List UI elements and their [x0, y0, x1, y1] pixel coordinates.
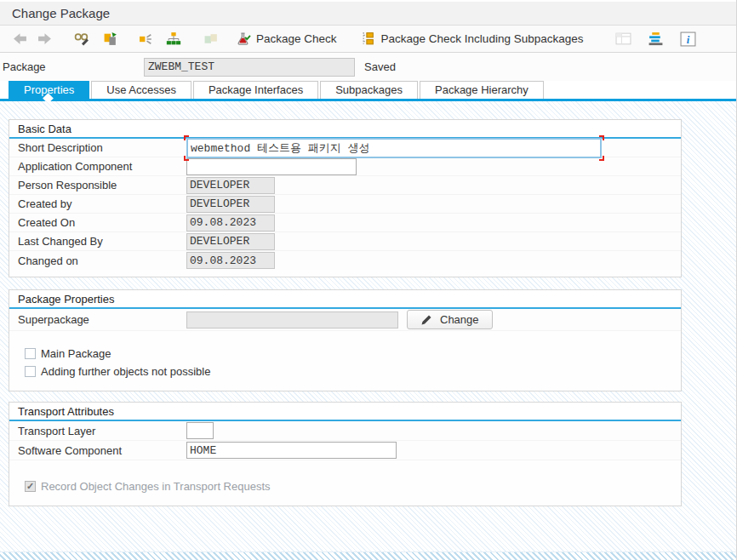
form-row: Short Description — [9, 139, 681, 157]
tab-subpackages[interactable]: Subpackages — [320, 81, 418, 99]
application-component-input[interactable] — [186, 158, 357, 175]
back-icon — [13, 32, 27, 45]
form-row: Software Component — [9, 441, 681, 460]
info-icon: i — [680, 31, 696, 47]
created-on-field — [186, 214, 275, 231]
package-check-subpackages-label: Package Check Including Subpackages — [381, 32, 584, 45]
copy-object-icon — [103, 31, 118, 46]
created-by-field — [186, 196, 275, 213]
tab-package-hierarchy[interactable]: Package Hierarchy — [420, 81, 544, 99]
tab-strip: Properties Use Accesses Package Interfac… — [0, 81, 736, 99]
main-package-row: Main Package — [9, 345, 681, 363]
main-package-checkbox[interactable] — [25, 348, 36, 359]
info-button[interactable]: i — [677, 30, 699, 49]
adding-objects-checkbox-label: Adding further objects not possible — [41, 365, 210, 378]
status-text: Saved — [364, 60, 396, 73]
toolbar-right-group: i — [613, 30, 699, 49]
sort-icon — [648, 31, 664, 46]
focus-corner-icon — [599, 135, 604, 140]
content-area: Basic Data Short Description Application… — [0, 101, 736, 560]
form-row: Application Component — [9, 157, 681, 176]
tab-use-accesses[interactable]: Use Accesses — [91, 81, 191, 99]
bottom-edge-band — [0, 551, 737, 560]
where-used-button[interactable] — [136, 31, 157, 48]
sort-button[interactable] — [645, 30, 666, 48]
forward-button[interactable] — [35, 31, 54, 47]
page-title: Change Package — [12, 6, 110, 20]
package-bar: Package Saved — [0, 53, 736, 81]
form-row: Created by — [9, 195, 681, 214]
form-row: Transport Layer — [9, 421, 681, 441]
display-change-button[interactable] — [71, 30, 92, 48]
focus-corner-icon — [184, 156, 189, 161]
package-check-icon — [236, 31, 251, 46]
superpackage-field — [186, 311, 398, 329]
record-changes-row: Record Object Changes in Transport Reque… — [9, 477, 681, 495]
spacer — [9, 460, 681, 477]
package-properties-title: Package Properties — [9, 290, 681, 309]
application-toolbar: Package Check Package Check Including Su… — [0, 26, 736, 53]
svg-text:i: i — [687, 33, 690, 45]
changed-on-label: Changed on — [18, 254, 186, 267]
superpackage-row: Superpackage Change — [9, 309, 681, 331]
short-description-label: Short Description — [18, 141, 186, 154]
where-used-icon — [139, 32, 154, 46]
last-changed-by-field — [186, 233, 275, 250]
package-check-button[interactable]: Package Check — [233, 30, 340, 48]
application-component-label: Application Component — [18, 160, 186, 173]
spacer — [9, 331, 681, 345]
focused-field-wrap — [186, 138, 602, 158]
basic-data-section: Basic Data Short Description Application… — [9, 119, 682, 277]
software-component-input[interactable] — [186, 442, 397, 459]
created-on-label: Created On — [18, 216, 186, 229]
package-properties-section: Package Properties Superpackage Change M… — [9, 289, 682, 391]
adding-objects-row: Adding further objects not possible — [9, 363, 681, 380]
back-button[interactable] — [10, 31, 30, 47]
transport-attributes-title: Transport Attributes — [9, 403, 681, 421]
table-settings-icon — [615, 31, 631, 46]
package-label: Package — [3, 60, 46, 73]
software-component-label: Software Component — [18, 444, 186, 457]
adding-objects-checkbox[interactable] — [25, 366, 36, 377]
form-row: Last Changed By — [9, 232, 681, 251]
transport-attributes-section: Transport Attributes Transport Layer Sof… — [9, 402, 682, 506]
record-changes-checkbox-label: Record Object Changes in Transport Reque… — [41, 480, 271, 493]
record-changes-checkbox — [25, 481, 36, 492]
compare-icon — [203, 32, 219, 46]
person-responsible-label: Person Responsible — [18, 179, 186, 191]
compare-button[interactable] — [201, 31, 221, 48]
object-hierarchy-icon — [166, 31, 181, 46]
sap-window: Change Package — [0, 0, 737, 560]
object-hierarchy-button[interactable] — [163, 30, 184, 48]
package-value-field[interactable] — [144, 58, 355, 77]
pencil-icon — [420, 314, 432, 326]
changed-on-field — [186, 252, 275, 269]
display-change-icon — [74, 31, 89, 46]
last-changed-by-label: Last Changed By — [18, 235, 186, 248]
change-button-label: Change — [440, 313, 479, 326]
title-bar: Change Package — [0, 0, 736, 26]
basic-data-title: Basic Data — [9, 120, 681, 139]
main-package-checkbox-label: Main Package — [41, 347, 111, 360]
table-settings-button[interactable] — [613, 30, 634, 48]
form-row: Person Responsible — [9, 176, 681, 195]
change-superpackage-button[interactable]: Change — [407, 310, 493, 329]
focus-corner-icon — [184, 135, 189, 140]
form-row: Created On — [9, 214, 681, 232]
package-check-label: Package Check — [256, 32, 337, 45]
copy-object-button[interactable] — [100, 30, 121, 48]
short-description-input[interactable] — [186, 138, 602, 158]
person-responsible-field — [186, 177, 275, 194]
forward-icon — [37, 32, 52, 45]
transport-layer-label: Transport Layer — [18, 425, 186, 437]
form-row: Changed on — [9, 251, 681, 270]
created-by-label: Created by — [18, 197, 186, 210]
superpackage-label: Superpackage — [18, 313, 186, 326]
package-check-subpackages-button[interactable]: Package Check Including Subpackages — [358, 30, 586, 48]
focus-corner-icon — [599, 156, 604, 161]
transport-layer-input[interactable] — [186, 422, 214, 439]
subpackage-check-icon — [361, 31, 376, 46]
tab-package-interfaces[interactable]: Package Interfaces — [193, 81, 318, 99]
